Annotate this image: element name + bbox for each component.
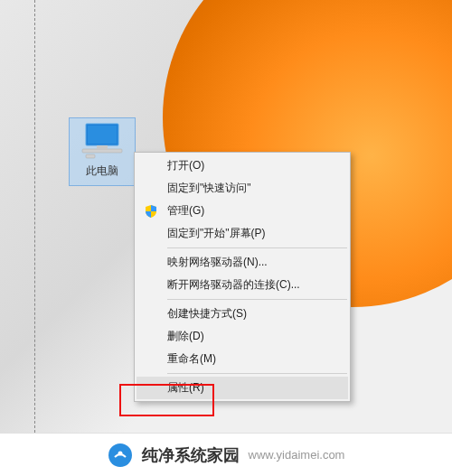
- menu-label: 打开(O): [167, 158, 204, 173]
- svg-rect-4: [86, 154, 95, 158]
- menu-label: 删除(D): [167, 329, 204, 344]
- menu-label: 固定到"快速访问": [167, 181, 251, 196]
- menu-item-delete[interactable]: 删除(D): [137, 325, 348, 348]
- menu-item-pin-quick-access[interactable]: 固定到"快速访问": [137, 177, 348, 200]
- svg-rect-2: [82, 149, 122, 153]
- this-pc-label: 此电脑: [70, 163, 135, 179]
- menu-separator: [167, 247, 347, 248]
- menu-item-open[interactable]: 打开(O): [137, 154, 348, 177]
- svg-rect-1: [88, 126, 117, 144]
- shield-icon: [144, 204, 158, 219]
- menu-label: 固定到"开始"屏幕(P): [167, 226, 266, 241]
- watermark-logo-icon: [108, 443, 133, 468]
- menu-item-map-network[interactable]: 映射网络驱动器(N)...: [137, 251, 348, 274]
- watermark-title: 纯净系统家园: [142, 444, 240, 466]
- menu-label: 断开网络驱动器的连接(C)...: [167, 277, 300, 293]
- menu-label: 管理(G): [167, 203, 204, 219]
- watermark-url: www.yidaimei.com: [249, 448, 345, 462]
- menu-item-rename[interactable]: 重命名(M): [137, 348, 348, 370]
- menu-label: 重命名(M): [167, 351, 216, 367]
- menu-item-properties[interactable]: 属性(R): [137, 377, 348, 399]
- watermark-bar: 纯净系统家园 www.yidaimei.com: [0, 433, 452, 476]
- menu-separator: [167, 299, 347, 300]
- svg-rect-3: [97, 145, 108, 149]
- guide-line: [34, 0, 35, 433]
- menu-label: 映射网络驱动器(N)...: [167, 255, 268, 270]
- menu-label: 创建快捷方式(S): [167, 306, 247, 322]
- menu-item-pin-start[interactable]: 固定到"开始"屏幕(P): [137, 222, 348, 245]
- svg-point-6: [118, 451, 122, 455]
- menu-separator: [167, 373, 347, 374]
- menu-item-create-shortcut[interactable]: 创建快捷方式(S): [137, 303, 348, 325]
- this-pc-icon[interactable]: 此电脑: [69, 117, 136, 186]
- menu-item-manage[interactable]: 管理(G): [137, 200, 348, 222]
- computer-icon: [80, 122, 124, 160]
- context-menu: 打开(O) 固定到"快速访问" 管理(G) 固定到"开始"屏幕(P) 映射网络驱…: [134, 152, 351, 402]
- menu-item-disconnect-network[interactable]: 断开网络驱动器的连接(C)...: [137, 274, 348, 296]
- menu-label: 属性(R): [167, 380, 204, 396]
